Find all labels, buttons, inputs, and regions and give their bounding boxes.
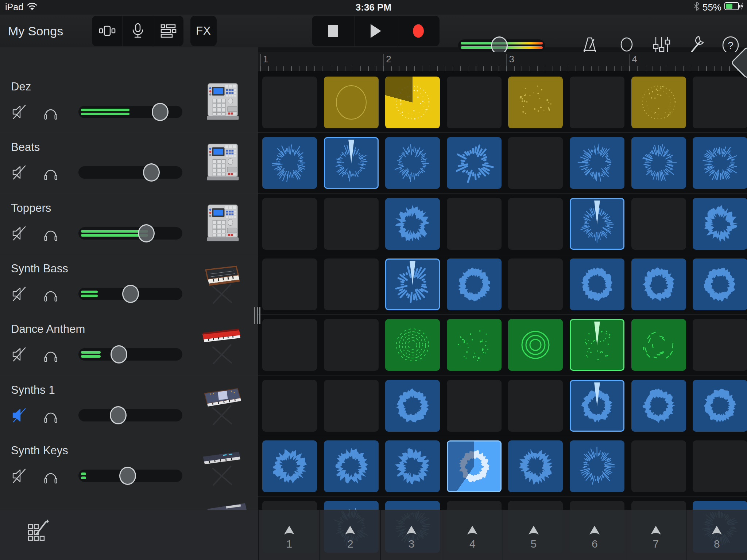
loop-cell[interactable]: [324, 77, 379, 128]
column-trigger-button[interactable]: 5: [503, 510, 564, 560]
track-volume-knob[interactable]: [143, 163, 160, 182]
loop-cell[interactable]: [570, 137, 624, 189]
record-button[interactable]: [397, 16, 440, 46]
loop-cell[interactable]: [324, 137, 379, 189]
mute-button[interactable]: [11, 407, 28, 425]
column-trigger-button[interactable]: 1: [258, 510, 320, 560]
column-trigger-button[interactable]: 7: [625, 510, 686, 560]
loop-cell[interactable]: [693, 258, 747, 310]
loop-cell-empty[interactable]: [508, 137, 563, 189]
loop-cell-empty[interactable]: [324, 258, 379, 310]
track-volume-knob[interactable]: [152, 103, 169, 121]
track-volume-knob[interactable]: [119, 467, 136, 485]
loop-cell[interactable]: [631, 258, 686, 310]
instrument-image[interactable]: [197, 264, 245, 305]
loop-cell-empty[interactable]: [324, 319, 379, 371]
loop-cell-empty[interactable]: [262, 198, 317, 250]
loop-cell-empty[interactable]: [262, 77, 317, 128]
loop-cell-empty[interactable]: [324, 380, 379, 432]
loop-cell[interactable]: [570, 440, 624, 492]
beat-ruler[interactable]: 1234: [258, 52, 747, 72]
loop-cell-empty[interactable]: [447, 77, 502, 128]
edit-cells-button[interactable]: [28, 518, 50, 544]
mute-button[interactable]: [11, 164, 28, 182]
loop-cell-empty[interactable]: [508, 198, 563, 250]
loop-cell-empty[interactable]: [693, 440, 747, 492]
loop-cell[interactable]: [693, 137, 747, 189]
solo-headphones-button[interactable]: [43, 104, 58, 122]
loop-cell-empty[interactable]: [447, 380, 502, 432]
track-volume-slider[interactable]: [78, 227, 182, 240]
loop-cell[interactable]: [631, 137, 686, 189]
mute-button[interactable]: [11, 467, 28, 486]
loop-cell-empty[interactable]: [631, 198, 686, 250]
column-trigger-button[interactable]: 4: [442, 510, 503, 560]
loop-cell[interactable]: [447, 137, 502, 189]
microphone-button[interactable]: [122, 16, 153, 46]
loop-cell[interactable]: [324, 440, 379, 492]
loop-cell-empty[interactable]: [324, 198, 379, 250]
track-volume-slider[interactable]: [78, 348, 182, 361]
instrument-image[interactable]: [197, 324, 245, 366]
loop-cell[interactable]: [385, 319, 440, 371]
cells-view-button[interactable]: [92, 16, 122, 46]
instrument-image[interactable]: [204, 502, 248, 510]
loop-cell[interactable]: [385, 77, 440, 128]
panel-resize-handle[interactable]: [254, 307, 260, 324]
loop-cell[interactable]: [570, 198, 624, 250]
loop-cell[interactable]: [570, 380, 624, 432]
loop-cell-empty[interactable]: [570, 77, 624, 128]
loop-cell[interactable]: [508, 319, 563, 371]
loop-cell[interactable]: [385, 440, 440, 492]
loop-cell[interactable]: [447, 440, 502, 492]
column-trigger-button[interactable]: 2: [320, 510, 381, 560]
loop-cell-empty[interactable]: [693, 319, 747, 371]
loop-cell-empty[interactable]: [262, 258, 317, 310]
track-volume-knob[interactable]: [138, 224, 155, 242]
loop-cell[interactable]: [508, 440, 563, 492]
loop-cell[interactable]: [693, 198, 747, 250]
loop-cell-empty[interactable]: [447, 198, 502, 250]
instrument-image[interactable]: [197, 142, 245, 184]
loop-cell-empty[interactable]: [508, 380, 563, 432]
solo-headphones-button[interactable]: [43, 346, 58, 364]
loop-cell[interactable]: [570, 319, 624, 371]
loop-cell[interactable]: [385, 380, 440, 432]
mute-button[interactable]: [11, 104, 28, 122]
solo-headphones-button[interactable]: [43, 407, 58, 425]
my-songs-button[interactable]: My Songs: [8, 24, 63, 38]
track-volume-slider[interactable]: [78, 409, 182, 421]
play-button[interactable]: [354, 16, 397, 46]
track-volume-slider[interactable]: [78, 166, 182, 179]
instrument-image[interactable]: [197, 385, 245, 427]
loop-cell[interactable]: [262, 137, 317, 189]
loop-cell[interactable]: [508, 77, 563, 128]
column-trigger-button[interactable]: 8: [686, 510, 747, 560]
loop-cell[interactable]: [631, 380, 686, 432]
loop-cell[interactable]: [631, 319, 686, 371]
track-volume-knob[interactable]: [122, 285, 139, 303]
loop-cell-empty[interactable]: [262, 319, 317, 371]
instrument-image[interactable]: [197, 446, 245, 487]
loop-cell[interactable]: [385, 137, 440, 189]
mute-button[interactable]: [11, 225, 28, 243]
solo-headphones-button[interactable]: [43, 285, 58, 304]
instrument-image[interactable]: [197, 203, 245, 245]
loop-cell-empty[interactable]: [262, 380, 317, 432]
solo-headphones-button[interactable]: [43, 225, 58, 243]
loop-cell[interactable]: [447, 319, 502, 371]
loop-cell[interactable]: [447, 258, 502, 310]
column-trigger-button[interactable]: 6: [564, 510, 626, 560]
loop-cell-empty[interactable]: [631, 440, 686, 492]
loop-cell-empty[interactable]: [508, 258, 563, 310]
loop-cell[interactable]: [262, 440, 317, 492]
stop-button[interactable]: [312, 16, 354, 46]
solo-headphones-button[interactable]: [43, 164, 58, 182]
loop-cell[interactable]: [693, 380, 747, 432]
loop-cell[interactable]: [385, 258, 440, 310]
loop-cell[interactable]: [570, 258, 624, 310]
column-trigger-button[interactable]: 3: [380, 510, 442, 560]
track-volume-knob[interactable]: [110, 406, 127, 424]
fx-button[interactable]: FX: [190, 16, 217, 46]
loop-cell[interactable]: [385, 198, 440, 250]
